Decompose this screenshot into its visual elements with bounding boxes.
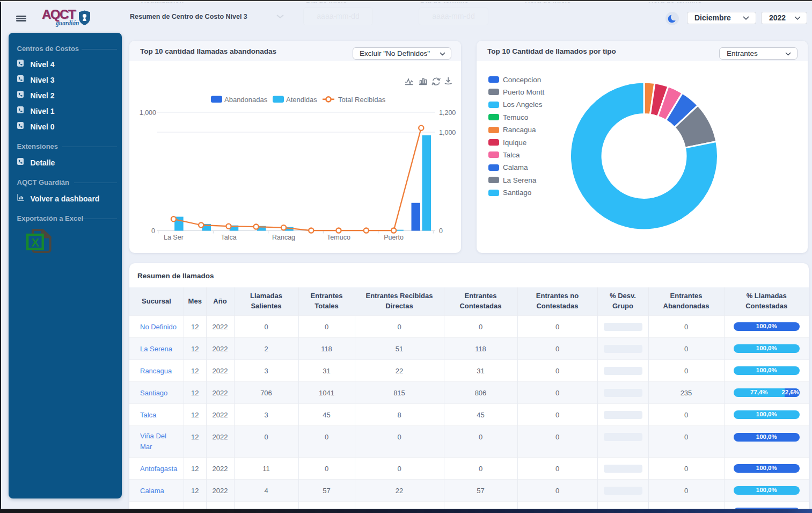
svg-text:Atendidas: Atendidas: [286, 95, 317, 103]
svg-text:La Ser: La Ser: [164, 233, 184, 241]
svg-text:0: 0: [151, 227, 155, 235]
svg-text:1,000: 1,000: [140, 109, 156, 116]
svg-text:1,200: 1,200: [439, 109, 456, 116]
svg-text:X: X: [31, 236, 39, 249]
svg-text:Talca: Talca: [221, 233, 236, 241]
svg-text:Abandonadas: Abandonadas: [224, 95, 268, 103]
svg-text:Total Recibidas: Total Recibidas: [338, 95, 386, 103]
svg-text:Puerto: Puerto: [384, 233, 404, 241]
svg-text:0: 0: [439, 227, 443, 235]
svg-text:Temuco: Temuco: [327, 233, 350, 241]
svg-text:Rancag: Rancag: [272, 233, 295, 241]
svg-text:1,000: 1,000: [439, 128, 456, 136]
